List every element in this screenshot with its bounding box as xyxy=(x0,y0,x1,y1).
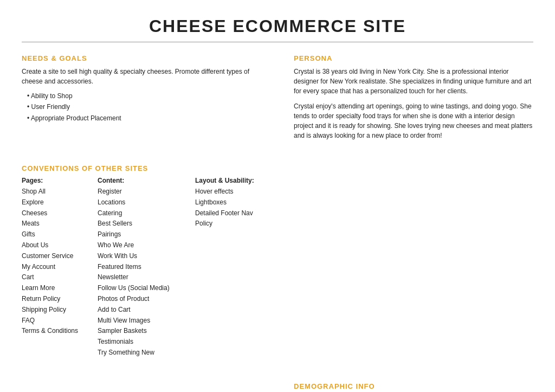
list-item: Appropriate Product Placement xyxy=(27,113,267,124)
list-item: Shipping Policy xyxy=(22,305,87,316)
conventions-section: CONVENTIONS OF OTHER SITES Pages: Shop A… xyxy=(22,164,533,358)
list-item: Testimonials xyxy=(98,337,184,348)
list-item: Multi View Images xyxy=(98,316,184,326)
list-item: Cart xyxy=(22,272,87,283)
layout-title: Layout & Usability: xyxy=(195,177,304,184)
content-title: Content: xyxy=(98,177,184,184)
list-item: Ability to Shop xyxy=(27,91,267,101)
needs-goals-heading: NEEDS & GOALS xyxy=(22,54,267,62)
list-item: Return Policy xyxy=(22,294,87,305)
demographic-section: DEMOGRAPHIC INFO Age:Age: 35-45 35-45 Ge… xyxy=(288,382,533,392)
list-item: Try Something New xyxy=(98,348,184,358)
persona-para1: Crystal is 38 years old living in New Yo… xyxy=(294,67,533,96)
list-item: Follow Us (Social Media) xyxy=(98,283,184,294)
list-item: Explore xyxy=(22,197,87,208)
needs-goals-description: Create a site to sell high quality & spe… xyxy=(22,67,267,86)
list-item: Policy xyxy=(195,219,304,229)
list-item: FAQ xyxy=(22,316,87,326)
list-item: Lightboxes xyxy=(195,197,304,208)
list-item: Newsletter xyxy=(98,272,184,283)
list-item: My Account xyxy=(22,262,87,273)
conventions-heading: CONVENTIONS OF OTHER SITES xyxy=(22,164,533,172)
needs-goals-section: NEEDS & GOALS Create a site to sell high… xyxy=(22,54,267,140)
list-item: Learn More xyxy=(22,283,87,294)
list-item: Locations xyxy=(98,197,184,208)
list-item: Featured Items xyxy=(98,262,184,273)
pages-title: Pages: xyxy=(22,177,87,184)
list-item: Customer Service xyxy=(22,251,87,262)
needs-goals-list: Ability to Shop User Friendly Appropriat… xyxy=(22,91,267,124)
list-item: Gifts xyxy=(22,229,87,240)
conventions-layout-col: Layout & Usability: Hover effects Lightb… xyxy=(195,177,304,358)
list-item: Best Sellers xyxy=(98,219,184,229)
list-item: Hover effects xyxy=(195,187,304,197)
site-title: CHEESE ECOMMERCE SITE xyxy=(22,16,533,36)
list-item: Register xyxy=(98,187,184,197)
list-item: Cheeses xyxy=(22,208,87,219)
list-item: Work With Us xyxy=(98,251,184,262)
conventions-grid: Pages: Shop All Explore Cheeses Meats Gi… xyxy=(22,177,533,358)
persona-para2: Crystal enjoy's attending art openings, … xyxy=(294,101,533,140)
list-item: Catering xyxy=(98,208,184,219)
list-item: Photos of Product xyxy=(98,294,184,305)
list-item: Terms & Conditions xyxy=(22,326,87,337)
list-item: About Us xyxy=(22,240,87,251)
list-item: User Friendly xyxy=(27,101,267,112)
list-item: Add to Cart xyxy=(98,305,184,316)
divider xyxy=(22,42,533,42)
conventions-pages-col: Pages: Shop All Explore Cheeses Meats Gi… xyxy=(22,177,87,358)
list-item: Pairings xyxy=(98,229,184,240)
list-item: Who We Are xyxy=(98,240,184,251)
list-item: Meats xyxy=(22,219,87,229)
persona-section: PERSONA Crystal is 38 years old living i… xyxy=(288,54,533,140)
conventions-content-col: Content: Register Locations Catering Bes… xyxy=(98,177,184,358)
list-item: Sampler Baskets xyxy=(98,326,184,337)
list-item: Shop All xyxy=(22,187,87,197)
persona-heading: PERSONA xyxy=(294,54,533,62)
list-item: Detailed Footer Nav xyxy=(195,208,304,219)
demographic-heading: DEMOGRAPHIC INFO xyxy=(294,382,533,390)
